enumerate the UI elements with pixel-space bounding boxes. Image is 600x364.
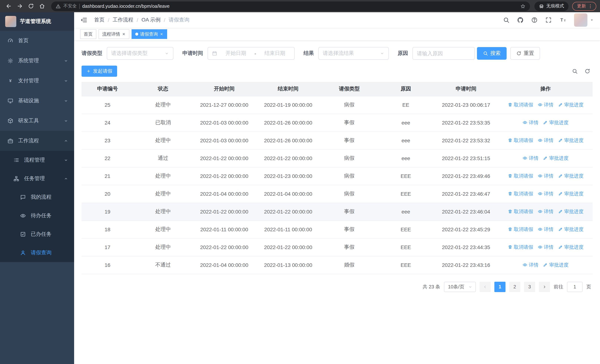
action-detail-link[interactable]: 详情 (538, 244, 553, 251)
action-approval-progress-link[interactable]: 审批进度 (558, 173, 583, 179)
sidebar-item-home[interactable]: 首页 (0, 31, 74, 51)
user-menu[interactable] (574, 13, 594, 27)
address-bar[interactable]: 不安全 dashboard.yudao.iocoder.cn/bpm/oa/le… (51, 1, 530, 11)
cell-start-time: 2022-01-11 00:00:00 (193, 221, 256, 238)
search-button[interactable]: 搜索 (477, 47, 506, 60)
action-cancel-leave-link[interactable]: 取消请假 (507, 226, 533, 233)
page-size-select[interactable]: 10条/页 (444, 281, 476, 292)
help-icon[interactable] (531, 17, 538, 23)
leave-type-select[interactable]: 请选择请假类型 (107, 47, 173, 60)
action-cancel-leave-link[interactable]: 取消请假 (507, 191, 533, 197)
table-refresh-icon[interactable] (584, 68, 590, 74)
header-search-icon[interactable] (503, 17, 510, 23)
tag-leave-query[interactable]: 请假查询 (131, 29, 167, 39)
tag-home[interactable]: 首页 (80, 29, 96, 39)
breadcrumb-workflow[interactable]: 工作流程 (113, 17, 133, 23)
update-button[interactable]: 更新 (572, 2, 596, 10)
sidebar-item-my-process[interactable]: 我的流程 (0, 188, 74, 206)
browser-back-button[interactable] (4, 1, 13, 11)
action-approval-progress-link[interactable]: 审批进度 (543, 262, 569, 268)
action-approval-progress-link[interactable]: 审批进度 (558, 208, 583, 215)
action-detail-link[interactable]: 详情 (523, 119, 538, 126)
delete-icon (507, 174, 512, 178)
action-detail-link[interactable]: 详情 (538, 191, 553, 197)
cell-end-time: 2022-01-04 00:00:00 (256, 185, 320, 203)
browser-home-button[interactable] (37, 1, 47, 11)
reason-input[interactable] (412, 47, 475, 60)
browser-reload-button[interactable] (26, 1, 36, 11)
browser-chrome: 不安全 dashboard.yudao.iocoder.cn/bpm/oa/le… (0, 0, 600, 12)
create-leave-button[interactable]: 发起请假 (82, 65, 117, 77)
view-icon (538, 174, 542, 178)
cell-apply-id: 20 (82, 185, 133, 203)
prev-page-button[interactable] (479, 281, 491, 292)
sidebar-item-todo-tasks[interactable]: 待办任务 (0, 206, 74, 225)
action-approval-progress-link[interactable]: 审批进度 (543, 119, 569, 126)
apply-time-range-picker[interactable]: 开始日期 - 结束日期 (207, 47, 295, 60)
sidebar-item-leave-query[interactable]: 请假查询 (0, 243, 74, 262)
page-button-1[interactable]: 1 (494, 281, 506, 292)
action-approval-progress-link[interactable]: 审批进度 (558, 137, 583, 144)
bookmark-star-icon[interactable] (520, 3, 525, 9)
chevron-down-icon (64, 119, 68, 123)
action-cancel-leave-link[interactable]: 取消请假 (507, 173, 533, 179)
close-icon[interactable] (160, 32, 163, 36)
action-approval-progress-link[interactable]: 审批进度 (558, 226, 583, 233)
action-detail-link[interactable]: 详情 (538, 102, 553, 108)
security-warning-icon[interactable] (56, 3, 61, 9)
chevron-right-icon (542, 284, 547, 289)
view-icon (538, 245, 542, 250)
action-detail-link[interactable]: 详情 (523, 155, 538, 162)
sidebar-item-workflow[interactable]: 工作流程 (0, 131, 74, 151)
action-cancel-leave-link[interactable]: 取消请假 (507, 208, 533, 215)
sidebar-item-infrastructure[interactable]: 基础设施 (0, 91, 74, 111)
action-detail-link[interactable]: 详情 (538, 208, 553, 215)
app-logo[interactable]: 芋道管理系统 (0, 12, 74, 31)
security-label[interactable]: 不安全 (63, 3, 77, 9)
close-icon[interactable] (122, 32, 126, 36)
action-approval-progress-link[interactable]: 审批进度 (558, 191, 583, 197)
action-approval-progress-link[interactable]: 审批进度 (543, 155, 569, 162)
action-cancel-leave-link[interactable]: 取消请假 (507, 102, 533, 108)
sidebar-item-payment-mgmt[interactable]: ¥ 支付管理 (0, 71, 74, 91)
edit-icon (558, 138, 563, 143)
tag-process-detail[interactable]: 流程详情 (99, 29, 129, 39)
sidebar-collapse-icon[interactable] (80, 16, 87, 24)
page-button-3[interactable]: 3 (524, 281, 535, 292)
start-date-placeholder: 开始日期 (221, 50, 251, 57)
browser-forward-button[interactable] (15, 1, 24, 11)
sidebar-item-system-mgmt[interactable]: 系统管理 (0, 51, 74, 71)
sidebar-item-dev-tools[interactable]: 研发工具 (0, 111, 74, 131)
action-detail-link[interactable]: 详情 (523, 262, 538, 268)
action-approval-progress-link[interactable]: 审批进度 (558, 244, 583, 251)
github-icon[interactable] (517, 17, 524, 23)
action-approval-progress-link[interactable]: 审批进度 (558, 102, 583, 108)
action-detail-link[interactable]: 详情 (538, 173, 553, 179)
breadcrumb-oa-example[interactable]: OA 示例 (141, 17, 161, 23)
next-page-button[interactable] (539, 281, 550, 292)
font-size-icon[interactable]: TT (559, 16, 567, 24)
action-cancel-leave-link[interactable]: 取消请假 (507, 244, 533, 251)
leave-table-body: 25 处理中 2021-12-27 00:00:00 2022-01-19 00… (82, 96, 593, 274)
reset-button[interactable]: 重置 (510, 47, 540, 60)
total-count: 共 23 条 (422, 283, 440, 290)
result-select[interactable]: 请选择流结果 (318, 47, 389, 60)
action-detail-link[interactable]: 详情 (538, 226, 553, 233)
sidebar-item-task-mgmt[interactable]: 任务管理 (0, 169, 74, 188)
goto-page-input[interactable] (567, 281, 582, 292)
fullscreen-icon[interactable] (545, 17, 552, 23)
cell-status: 不通过 (133, 256, 193, 274)
toggle-search-icon[interactable] (572, 68, 578, 74)
cell-status: 处理中 (133, 96, 193, 114)
yen-icon: ¥ (7, 78, 13, 84)
user-avatar[interactable] (574, 13, 587, 27)
page-button-2[interactable]: 2 (509, 281, 520, 292)
browser-menu-icon[interactable] (588, 3, 593, 9)
sidebar-item-done-tasks[interactable]: 已办任务 (0, 225, 74, 243)
action-cancel-leave-link[interactable]: 取消请假 (507, 137, 533, 144)
action-detail-link[interactable]: 详情 (538, 137, 553, 144)
breadcrumb-home[interactable]: 首页 (94, 17, 104, 23)
sidebar-item-process-mgmt[interactable]: 流程管理 (0, 151, 74, 169)
url-text[interactable]: dashboard.yudao.iocoder.cn/bpm/oa/leave (82, 3, 518, 9)
column-header-leave-type: 请假类型 (320, 82, 378, 96)
